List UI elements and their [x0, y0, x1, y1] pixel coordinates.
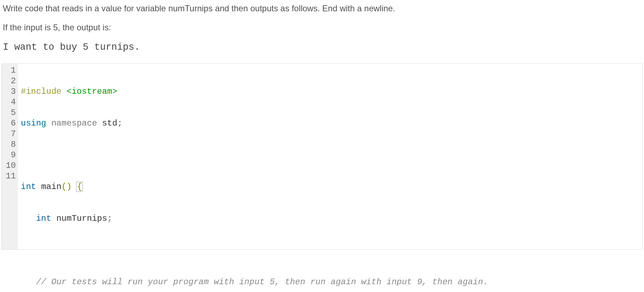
line-number: 6	[5, 118, 16, 129]
code-line[interactable]: // Our tests will run your program with …	[20, 277, 642, 287]
code-line[interactable]: #include <iostream>	[20, 86, 642, 97]
line-number-gutter: 1 2 3 4 5 6 7 8 9 10 11	[2, 64, 18, 249]
semicolon-token: ;	[107, 214, 112, 223]
brace-open-token: {	[77, 182, 82, 191]
line-number: 11	[5, 171, 16, 182]
semicolon-token: ;	[117, 118, 122, 128]
paren-token: (	[61, 182, 66, 191]
indent	[21, 277, 36, 287]
code-line[interactable]	[20, 245, 642, 256]
line-number: 3	[5, 86, 16, 97]
indent	[21, 214, 36, 223]
line-number: 8	[5, 139, 16, 150]
line-number: 9	[5, 150, 16, 160]
comment-token: // Our tests will run your program with …	[36, 277, 488, 287]
line-number: 10	[5, 160, 16, 171]
line-number: 7	[5, 129, 16, 139]
prompt-line-2: If the input is 5, the output is:	[3, 22, 641, 33]
paren-token: )	[67, 182, 72, 191]
code-line[interactable]: int numTurnips;	[20, 213, 642, 224]
line-number: 2	[5, 76, 16, 86]
code-editor[interactable]: 1 2 3 4 5 6 7 8 9 10 11 #include <iostre…	[1, 63, 643, 250]
line-number: 1	[5, 65, 16, 76]
preprocessor-token: #include	[21, 87, 61, 96]
code-line[interactable]	[20, 150, 642, 160]
namespace-token: namespace	[51, 118, 97, 128]
keyword-token: using	[21, 118, 46, 128]
code-line[interactable]: int main() {	[20, 182, 642, 192]
code-area[interactable]: #include <iostream> using namespace std;…	[18, 64, 642, 249]
problem-statement: Write code that reads in a value for var…	[0, 0, 644, 54]
keyword-token: int	[36, 214, 51, 223]
identifier-token: std	[102, 118, 117, 128]
line-number: 4	[5, 97, 16, 108]
function-name-token: main	[41, 182, 62, 191]
code-line[interactable]: using namespace std;	[20, 118, 642, 129]
line-number: 5	[5, 108, 16, 118]
keyword-token: int	[21, 182, 36, 191]
space	[72, 182, 77, 191]
prompt-line-1: Write code that reads in a value for var…	[3, 3, 641, 14]
header-token: <iostream>	[67, 87, 117, 96]
example-output: I want to buy 5 turnips.	[3, 41, 641, 54]
identifier-token: numTurnips	[56, 214, 107, 223]
